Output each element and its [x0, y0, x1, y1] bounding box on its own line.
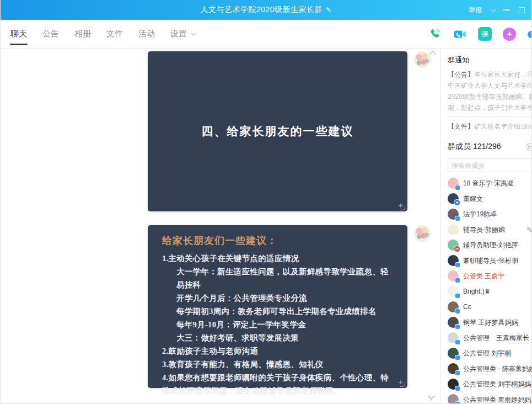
add-button[interactable]: +: [503, 28, 516, 41]
member-avatar: [448, 193, 459, 204]
slide-body: 1.主动关心孩子在关键节点的适应情况大一学年：新生适应性问题，以及新鲜感导致学业…: [162, 252, 394, 397]
member-name: 兼职辅导员-张彬朋: [463, 256, 518, 265]
member-avatar: [448, 224, 459, 235]
status-badge-icon: [455, 185, 460, 190]
file-notice-row[interactable]: 【文件】矿大联名卡介绍.doc: [448, 122, 531, 131]
member-avatar: [448, 209, 459, 220]
member-row[interactable]: 法学19陈卓 ✎: [448, 206, 531, 222]
status-badge-icon: [454, 246, 460, 252]
tab[interactable]: 相册: [74, 20, 91, 48]
tab[interactable]: 活动: [138, 20, 155, 48]
status-badge-icon: [455, 386, 460, 391]
report-button[interactable]: 举报: [469, 6, 482, 15]
status-badge-icon: [454, 199, 460, 206]
member-row[interactable]: 辅导员-郭丽婉 ✎: [448, 222, 531, 237]
member-name: Cc: [463, 303, 471, 311]
member-row[interactable]: 公共管理类 - 陈嘉蕙妈妈 ✎: [448, 361, 531, 376]
group-notice-header[interactable]: 群通知: [448, 55, 531, 65]
slide-text-line: 3.教育孩子有能力、有格局、懂感恩、知礼仪: [162, 358, 394, 371]
edit-group-name-icon[interactable]: ✎: [326, 6, 332, 14]
member-row[interactable]: 钢琴 王好梦真妈妈 ✎: [448, 315, 531, 330]
member-name: 钢琴 王好梦真妈妈: [463, 318, 518, 327]
slide-text-line: 开学几个月后：公共管理类专业分流: [162, 291, 394, 305]
video-camera-icon: [453, 27, 467, 41]
member-name: 公共管理 刘宇桐: [463, 349, 511, 358]
member-row[interactable]: 兼职辅导员-张彬朋 ✎: [448, 253, 531, 268]
member-row[interactable]: 公管类 王俞宁 ✎: [448, 268, 531, 284]
status-badge-icon: [455, 370, 460, 376]
zoom-in-icon[interactable]: +: [398, 378, 403, 386]
member-name: 辅导员-郭丽婉: [463, 225, 505, 235]
tab[interactable]: 设置: [170, 20, 195, 48]
tab-label: 聊天: [10, 29, 27, 39]
collapse-panel-icon[interactable]: [429, 51, 436, 57]
tab[interactable]: 文件: [106, 20, 123, 48]
announcement-preview[interactable]: 【公告】各位家长大家好，我是中国矿业大学人文与艺术学院2020级新生辅导员郭丽婉…: [448, 69, 531, 113]
member-avatar: [448, 240, 459, 251]
voice-call-button[interactable]: [427, 27, 442, 41]
member-row[interactable]: Cc ✎: [448, 299, 531, 315]
chevron-down-icon[interactable]: [491, 7, 496, 12]
member-avatar: [448, 379, 459, 390]
member-search-input[interactable]: [448, 158, 531, 172]
tab-list: 聊天 公告 相册 文件 活动 设置: [10, 20, 195, 48]
slide-text-line: 2.鼓励孩子主动与老师沟通: [162, 344, 394, 358]
tab-label: 活动: [138, 29, 155, 39]
tab-label: 公告: [42, 29, 59, 39]
member-avatar: [448, 178, 459, 189]
member-row[interactable]: 公共管理 刘宇桐 ✎: [448, 345, 531, 361]
file-label: 【文件】: [448, 123, 474, 130]
member-avatar: [448, 332, 459, 343]
chevron-down-icon: [191, 31, 196, 35]
announcement-label: 【公告】: [448, 71, 474, 78]
member-name: 公共管理类 刘宇桐妈妈: [463, 380, 531, 389]
member-avatar: [448, 394, 459, 404]
tab-bar: 聊天 公告 相册 文件 活动 设置: [1, 20, 531, 49]
slide-image-message[interactable]: 四、给家长朋友的一些建议 +: [148, 51, 407, 211]
video-call-button[interactable]: [453, 27, 467, 41]
member-row[interactable]: 公共管理类 晁雨婷妈妈 ✎: [448, 392, 531, 404]
member-row[interactable]: 公共管理 王素梅家长 ✎: [448, 330, 531, 345]
qq-group-chat-window: 人文与艺术学院2020级新生家长群✎ 举报 聊天 公告 相册: [0, 0, 532, 404]
slide-heading: 给家长朋友们一些建议：: [162, 234, 394, 247]
member-name: 辅导员助理-刘艳萍: [463, 241, 518, 250]
toolbar-icons: 课 +: [427, 27, 516, 41]
class-icon-label: 课: [481, 29, 488, 39]
zoom-in-icon[interactable]: +: [398, 201, 403, 209]
maximize-button[interactable]: [519, 7, 525, 13]
member-list: 18 音乐学 宋禹凝 ✎ 董耀文 ✎ 法学19陈卓 ✎: [448, 176, 531, 404]
slide-image-message[interactable]: 给家长朋友们一些建议： 1.主动关心孩子在关键节点的适应情况大一学年：新生适应性…: [148, 225, 407, 388]
tab-label: 设置: [170, 29, 187, 39]
class-group-icon[interactable]: 课: [478, 27, 492, 41]
divider: [448, 116, 531, 117]
member-row[interactable]: 董耀文 ✎: [448, 191, 531, 206]
member-row[interactable]: 辅导员助理-刘艳萍 ✎: [448, 237, 531, 253]
slide-text-line: 4.如果您有想要跟老师嘱咐的关于孩子身体疾病、个性心理、特殊成长环境等问题，请主…: [162, 371, 394, 397]
input-area-divider: [1, 402, 440, 402]
status-badge-icon: [455, 355, 460, 360]
member-name: 董耀文: [463, 194, 483, 204]
slide-text-line: 大三：做好考研、求职等发展决策: [162, 331, 394, 344]
tab[interactable]: 公告: [42, 20, 59, 48]
tab[interactable]: 聊天: [10, 20, 27, 48]
content-area: 四、给家长朋友的一些建议 + 给家长朋友们一些建议： 1.主动关心孩子在关键节点…: [1, 49, 531, 404]
member-row[interactable]: 18 音乐学 宋禹凝 ✎: [448, 176, 531, 191]
title-bar: 人文与艺术学院2020级新生家长群✎ 举报: [1, 0, 531, 20]
status-badge-icon: [455, 309, 460, 314]
member-row[interactable]: Bright:)♛ ✎: [448, 284, 531, 299]
status-badge-icon: [455, 216, 460, 221]
member-name: 公共管理 王素梅家长: [463, 333, 529, 343]
sender-avatar[interactable]: [414, 225, 431, 242]
clipped-icon: [528, 31, 532, 38]
slide-text-line: 1.主动关心孩子在关键节点的适应情况: [162, 252, 394, 265]
group-sidebar: 群通知 【公告】各位家长大家好，我是中国矿业大学人文与艺术学院2020级新生辅导…: [440, 49, 531, 404]
sender-avatar[interactable]: [414, 51, 431, 68]
minimize-button[interactable]: [503, 9, 510, 10]
scroll-down-icon[interactable]: [428, 392, 435, 400]
member-row[interactable]: 公共管理类 刘宇桐妈妈 ✎: [448, 376, 531, 392]
slide-text-line: 每学期初3周内：教务老师可导出上学期各专业成绩排名: [162, 305, 394, 318]
member-avatar: [448, 348, 459, 359]
edit-member-card-icon[interactable]: ✎: [526, 226, 531, 234]
mute-members-icon[interactable]: [525, 142, 531, 152]
member-avatar: [448, 286, 459, 297]
